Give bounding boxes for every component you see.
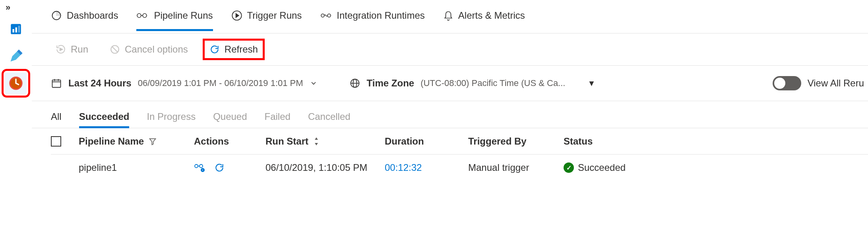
svg-rect-7 [137, 14, 141, 18]
cancel-icon [110, 44, 120, 55]
svg-marker-28 [315, 137, 318, 140]
status-filter-tabs: All Succeeded In Progress Queued Failed … [32, 101, 868, 128]
run-label: Run [71, 44, 88, 55]
cancel-options-button[interactable]: Cancel options [105, 41, 193, 58]
tab-integration-runtimes[interactable]: Integration Runtimes [320, 10, 424, 31]
nav-monitor-icon[interactable] [5, 72, 27, 94]
action-toolbar: Run Cancel options Refresh [32, 33, 868, 66]
time-zone-label: Time Zone [367, 78, 415, 89]
svg-marker-27 [150, 139, 156, 145]
status-tab-succeeded[interactable]: Succeeded [79, 111, 130, 128]
refresh-label: Refresh [225, 44, 258, 55]
cell-run-start: 06/10/2019, 1:10:05 PM [265, 162, 367, 173]
trigger-runs-icon [231, 10, 242, 21]
cancel-options-label: Cancel options [125, 44, 188, 55]
time-range-label: Last 24 Hours [68, 78, 132, 89]
time-zone-filter[interactable]: Time Zone (UTC-08:00) Pacific Time (US &… [349, 78, 596, 89]
cell-duration[interactable]: 00:12:32 [385, 162, 422, 173]
tab-trigger-runs[interactable]: Trigger Runs [231, 10, 302, 31]
tab-trigger-runs-label: Trigger Runs [247, 10, 302, 21]
status-tab-in-progress[interactable]: In Progress [147, 111, 196, 128]
svg-rect-8 [143, 14, 147, 18]
svg-point-12 [321, 14, 324, 17]
svg-marker-14 [60, 48, 63, 51]
time-range-filter[interactable]: Last 24 Hours 06/09/2019 1:01 PM - 06/10… [51, 78, 318, 89]
header-pipeline-name[interactable]: Pipeline Name [79, 136, 144, 147]
header-status: Status [564, 136, 593, 147]
sort-icon[interactable] [313, 137, 320, 145]
refresh-icon [209, 44, 220, 55]
alerts-icon [443, 10, 453, 21]
select-all-checkbox[interactable] [51, 136, 61, 147]
tab-pipeline-runs[interactable]: Pipeline Runs [136, 10, 213, 31]
success-icon [564, 162, 574, 173]
status-tab-cancelled[interactable]: Cancelled [308, 111, 351, 128]
status-tab-queued[interactable]: Queued [213, 111, 247, 128]
tab-alerts-metrics-label: Alerts & Metrics [458, 10, 525, 21]
run-button[interactable]: Run [51, 41, 93, 58]
view-all-reruns-toggle-group: View All Reru [773, 76, 864, 90]
globe-icon [349, 78, 360, 89]
refresh-button[interactable]: Refresh [205, 41, 263, 58]
integration-runtimes-icon [320, 10, 332, 21]
svg-marker-29 [315, 143, 318, 145]
pipeline-runs-icon [136, 10, 149, 21]
tab-integration-runtimes-label: Integration Runtimes [337, 10, 424, 21]
monitor-tabs: Dashboards Pipeline Runs Trigger Runs In… [32, 0, 868, 33]
rerun-icon[interactable] [214, 162, 225, 173]
tab-dashboards[interactable]: Dashboards [51, 10, 118, 31]
header-actions: Actions [194, 136, 229, 147]
run-icon [56, 44, 66, 55]
status-tab-failed[interactable]: Failed [265, 111, 291, 128]
cell-triggered-by: Manual trigger [468, 162, 529, 173]
cell-status: Succeeded [578, 162, 626, 173]
nav-overview-icon[interactable] [5, 18, 27, 40]
time-range-value: 06/09/2019 1:01 PM - 06/10/2019 1:01 PM [138, 78, 303, 88]
svg-line-16 [112, 47, 118, 52]
pipeline-runs-table: Pipeline Name Actions Run Start Duration… [32, 128, 868, 181]
calendar-icon [51, 78, 62, 89]
svg-rect-1 [13, 29, 14, 33]
time-zone-value: (UTC-08:00) Pacific Time (US & Ca... [420, 78, 565, 88]
header-triggered-by: Triggered By [468, 136, 527, 147]
dropdown-caret-icon: ▼ [587, 79, 595, 88]
svg-rect-17 [52, 80, 61, 88]
svg-point-13 [327, 14, 331, 17]
table-header-row: Pipeline Name Actions Run Start Duration… [51, 128, 868, 155]
tab-dashboards-label: Dashboards [67, 10, 118, 21]
svg-rect-3 [18, 26, 20, 33]
status-tab-all[interactable]: All [51, 111, 62, 128]
filter-icon[interactable] [149, 137, 157, 145]
tab-pipeline-runs-label: Pipeline Runs [154, 10, 213, 21]
header-duration: Duration [385, 136, 424, 147]
view-all-reruns-toggle[interactable] [773, 76, 801, 90]
svg-rect-2 [15, 27, 17, 33]
svg-marker-11 [236, 14, 238, 17]
svg-rect-31 [200, 164, 203, 168]
cell-pipeline-name[interactable]: pipeline1 [79, 162, 117, 173]
filter-bar: Last 24 Hours 06/09/2019 1:01 PM - 06/10… [32, 66, 868, 101]
expand-sidebar-button[interactable]: » [6, 2, 11, 13]
dashboards-icon [51, 10, 62, 21]
table-row[interactable]: pipeline1 06/10/2019, 1:10:05 PM 00:12:3… [51, 155, 868, 181]
nav-author-icon[interactable] [5, 45, 27, 67]
tab-alerts-metrics[interactable]: Alerts & Metrics [443, 10, 525, 31]
main-content: Dashboards Pipeline Runs Trigger Runs In… [32, 0, 868, 225]
view-activity-runs-icon[interactable] [194, 162, 206, 173]
left-sidebar: » [0, 0, 32, 225]
header-run-start[interactable]: Run Start [265, 136, 308, 147]
chevron-down-icon [310, 79, 318, 87]
view-all-reruns-label: View All Reru [808, 78, 864, 89]
svg-rect-30 [195, 164, 198, 168]
